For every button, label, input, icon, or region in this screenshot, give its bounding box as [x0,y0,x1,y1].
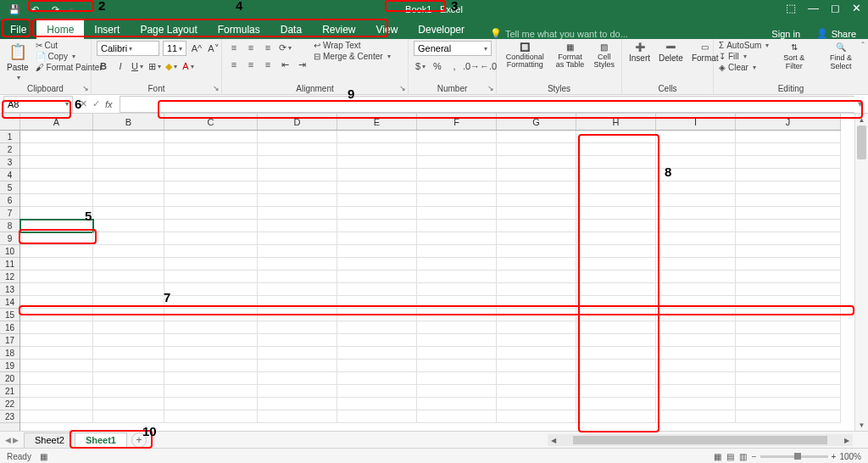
cell[interactable] [337,194,417,207]
increase-decimal-icon[interactable]: .0→ [465,59,478,73]
cell[interactable] [417,321,497,334]
cell[interactable] [258,398,337,410]
cell[interactable] [656,156,736,169]
fill-button[interactable]: ↧Fill▾ [719,52,769,61]
cell[interactable] [417,181,497,194]
cell[interactable] [164,385,258,398]
maximize-icon[interactable]: ◻ [831,2,840,14]
scroll-left-icon[interactable]: ◀ [548,437,559,444]
cell[interactable] [417,398,497,410]
cell[interactable] [337,410,417,423]
cell[interactable] [576,321,656,334]
conditional-formatting-button[interactable]: 🔲Conditional Formatting [502,41,548,70]
sheet-nav-next-icon[interactable]: ▶ [13,436,19,444]
row-header-6[interactable]: 6 [0,194,19,207]
cell[interactable] [417,271,497,283]
cell[interactable] [497,347,576,360]
cell[interactable] [258,360,337,372]
cell[interactable] [576,296,656,309]
cell[interactable] [736,220,841,232]
cell[interactable] [258,334,337,347]
cell[interactable] [20,296,93,309]
cell[interactable] [736,296,841,309]
align-top-icon[interactable]: ≡ [227,41,241,54]
cell[interactable] [497,410,576,423]
cell[interactable] [93,309,164,321]
cell[interactable] [497,220,576,232]
close-icon[interactable]: ✕ [852,2,861,14]
cell[interactable] [497,181,576,194]
cell[interactable] [576,220,656,232]
cell[interactable] [417,372,497,385]
enter-icon[interactable]: ✓ [92,98,100,109]
row-header-18[interactable]: 18 [0,347,19,360]
cell[interactable] [258,207,337,220]
cell[interactable] [337,334,417,347]
cell[interactable] [656,385,736,398]
cell[interactable] [164,296,258,309]
cell[interactable] [736,194,841,207]
font-color-button[interactable]: A▾ [181,59,195,73]
cell[interactable] [20,169,93,181]
sort-filter-button[interactable]: ⇅Sort & Filter [774,41,814,72]
cell[interactable] [736,360,841,372]
cell[interactable] [93,334,164,347]
cell[interactable] [20,360,93,372]
tell-me[interactable]: 💡 Tell me what you want to do... [490,28,628,39]
cell[interactable] [576,372,656,385]
row-header-10[interactable]: 10 [0,245,19,258]
decrease-indent-icon[interactable]: ⇤ [278,58,292,71]
cell[interactable] [417,232,497,245]
cell[interactable] [497,271,576,283]
cell[interactable] [576,169,656,181]
cell[interactable] [20,398,93,410]
cell[interactable] [417,143,497,156]
cell[interactable] [93,232,164,245]
cell[interactable] [93,258,164,271]
cell[interactable] [337,309,417,321]
cell[interactable] [258,181,337,194]
cell[interactable] [164,372,258,385]
cell[interactable] [337,131,417,143]
cell[interactable] [656,181,736,194]
cell[interactable] [656,258,736,271]
cell[interactable] [93,283,164,296]
col-header-J[interactable]: J [736,114,841,130]
row-header-21[interactable]: 21 [0,385,19,398]
share-button[interactable]: 👤 Share [816,28,856,39]
cell[interactable] [93,194,164,207]
cell[interactable] [20,156,93,169]
cell[interactable] [576,283,656,296]
cell[interactable] [417,169,497,181]
cell[interactable] [337,220,417,232]
cell[interactable] [337,207,417,220]
cell[interactable] [337,143,417,156]
collapse-ribbon-icon[interactable]: ˆ [861,41,865,51]
row-header-7[interactable]: 7 [0,207,19,220]
scroll-down-icon[interactable]: ▼ [855,419,868,431]
cell[interactable] [576,207,656,220]
percent-icon[interactable]: % [431,59,444,73]
tab-insert[interactable]: Insert [84,20,130,39]
cell[interactable] [576,194,656,207]
cell[interactable] [93,372,164,385]
cell[interactable] [337,372,417,385]
cell[interactable] [337,296,417,309]
row-header-1[interactable]: 1 [0,131,19,143]
cell[interactable] [736,156,841,169]
tab-review[interactable]: Review [312,20,365,39]
cell[interactable] [497,156,576,169]
cell[interactable] [93,360,164,372]
cell[interactable] [258,296,337,309]
cell[interactable] [20,194,93,207]
cell[interactable] [736,321,841,334]
cell[interactable] [258,169,337,181]
cell[interactable] [656,169,736,181]
cell[interactable] [164,131,258,143]
scroll-up-icon[interactable]: ▲ [855,114,868,126]
cell[interactable] [736,258,841,271]
cell[interactable] [576,309,656,321]
qat-customize-icon[interactable]: ▾ [70,6,73,14]
cell[interactable] [417,283,497,296]
cell[interactable] [497,169,576,181]
